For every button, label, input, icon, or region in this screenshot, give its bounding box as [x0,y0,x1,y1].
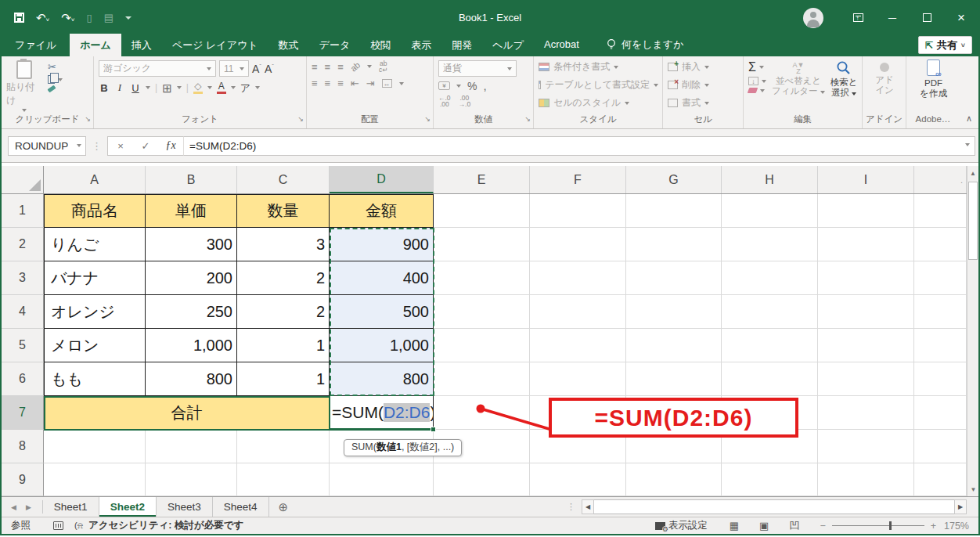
fill-button[interactable]: ↓ [748,77,766,85]
comma-format-icon[interactable]: , [483,80,486,92]
number-format-box[interactable]: 通貨 [438,60,517,77]
italic-icon[interactable]: I [114,81,125,94]
grow-font-icon[interactable]: Aˆ [252,63,261,75]
cell-D9[interactable] [330,463,434,496]
cell-D6[interactable]: 800 [330,362,434,396]
cell-A5[interactable]: メロン [44,329,146,362]
cell-B9[interactable] [146,463,237,496]
cell-G4[interactable] [626,295,722,329]
format-cells-button[interactable]: 書式 [668,96,739,110]
tab-splitter-handle[interactable]: ⋮ [567,502,575,512]
font-name-box[interactable]: 游ゴシック [99,60,216,77]
create-pdf-button[interactable]: PDFを作成 [906,56,960,113]
cell-G2[interactable] [626,228,722,261]
row-header-5[interactable]: 5 [2,329,44,362]
cell-I3[interactable] [818,261,914,295]
cell-E4[interactable] [434,295,530,329]
maximize-button[interactable] [910,2,944,34]
zoom-slider[interactable] [832,525,924,526]
row-header-4[interactable]: 4 [2,295,44,329]
cell-F1[interactable] [530,194,626,228]
shrink-font-icon[interactable]: Aˇ [265,63,274,75]
account-avatar[interactable] [803,8,823,28]
cell-I9[interactable] [818,463,914,496]
cell-I1[interactable] [818,194,914,228]
column-header-B[interactable]: B [146,166,237,193]
scroll-down-icon[interactable]: ▼ [967,482,979,496]
font-size-box[interactable]: 11 [219,60,249,77]
row-header-9[interactable]: 9 [2,463,44,496]
collapse-ribbon-icon[interactable]: ∧ [966,114,972,124]
orientation-icon[interactable]: ab [349,60,362,73]
zoom-level[interactable]: 175% [944,521,978,532]
cell-.9[interactable] [914,463,967,496]
cell-B5[interactable]: 1,000 [146,329,237,362]
format-as-table-button[interactable]: テーブルとして書式設定 [539,78,658,92]
column-header-I[interactable]: I [818,166,914,193]
clear-button[interactable] [748,88,766,93]
tab-Acrobat[interactable]: Acrobat [534,34,589,56]
page-break-view-icon[interactable]: 凹 [789,519,799,533]
tab-挿入[interactable]: 挿入 [121,34,162,56]
fill-color-icon[interactable]: ◇ [193,81,203,94]
new-sheet-button[interactable]: ⊕ [269,497,298,517]
align-center-icon[interactable]: ≡ [325,78,331,88]
select-all-corner[interactable] [2,166,44,193]
cell-D1[interactable]: 金額 [330,194,434,228]
merge-center-icon[interactable]: ↔ [382,79,392,88]
align-right-icon[interactable]: ≡ [337,78,344,88]
borders-icon[interactable]: ⊞ [162,82,172,94]
cell-F3[interactable] [530,261,626,295]
cell-B8[interactable] [146,430,237,463]
align-top-icon[interactable]: ≡ [312,62,318,72]
cell-B3[interactable]: 200 [146,261,237,295]
currency-format-icon[interactable]: ¥ [438,81,450,90]
copy-button[interactable] [48,75,63,84]
cell-.4[interactable] [914,295,967,329]
cell-F6[interactable] [530,362,626,396]
vertical-scroll-thumb[interactable] [968,182,978,260]
cell-C4[interactable]: 2 [237,295,330,329]
cell-E7[interactable] [434,396,530,430]
cell-F5[interactable] [530,329,626,362]
cell-D2[interactable]: 900 [330,228,434,261]
cell-H3[interactable] [722,261,818,295]
name-box[interactable]: ROUNDUP [8,136,86,156]
cell-D7-formula[interactable]: =SUM(D2:D6) [330,396,434,430]
redo-icon[interactable]: ↷˅ [61,12,74,23]
cell-F2[interactable] [530,228,626,261]
cell-E2[interactable] [434,228,530,261]
format-painter-icon[interactable] [47,85,56,93]
align-middle-icon[interactable]: ≡ [325,62,331,72]
cell-A3[interactable]: バナナ [44,261,146,295]
tab-表示[interactable]: 表示 [401,34,441,56]
cell-H4[interactable] [722,295,818,329]
cell-E5[interactable] [434,329,530,362]
cell-G1[interactable] [626,194,722,228]
cell-H1[interactable] [722,194,818,228]
cell-F9[interactable] [530,463,626,496]
cell-E6[interactable] [434,362,530,396]
vertical-scrollbar[interactable]: ▲ ▼ [967,166,978,496]
tab-校閲[interactable]: 校閲 [360,34,401,56]
name-box-dropdown-icon[interactable] [77,144,81,147]
cell-C6[interactable]: 1 [237,362,330,396]
cancel-formula-icon[interactable]: × [108,140,133,152]
alignment-dialog-launcher-icon[interactable]: ↘ [424,113,431,125]
column-header-G[interactable]: G [626,166,722,193]
customize-qat-icon[interactable] [125,16,132,20]
decrease-indent-icon[interactable]: ⇤ [351,78,359,88]
cell-.5[interactable] [914,329,967,362]
tab-ホーム[interactable]: ホーム [70,34,121,56]
share-button[interactable]: ⇱ 共有 ˅ [918,36,972,54]
horizontal-scroll-thumb[interactable] [594,499,954,514]
align-left-icon[interactable]: ≡ [312,78,318,88]
column-header-E[interactable]: E [434,166,530,193]
scroll-up-icon[interactable]: ▲ [967,166,978,180]
cell-B2[interactable]: 300 [146,228,237,261]
sheet-tab-Sheet4[interactable]: Sheet4 [213,497,269,517]
insert-cells-button[interactable]: 挿入 [668,60,739,74]
row-header-6[interactable]: 6 [2,362,44,396]
cell-B4[interactable]: 250 [146,295,237,329]
font-color-icon[interactable]: A [217,81,226,94]
